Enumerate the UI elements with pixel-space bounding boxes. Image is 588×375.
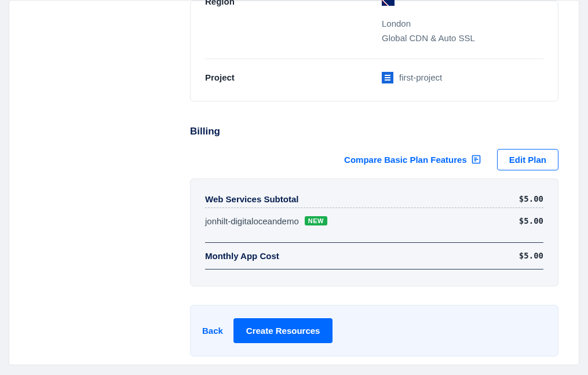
content-area: Region London Global CDN & Auto SSL Proj… bbox=[190, 1, 558, 356]
region-label: Region bbox=[205, 0, 382, 41]
region-row: Region London Global CDN & Auto SSL bbox=[205, 1, 543, 59]
billing-item-name-wrap: jonhilt-digitaloceandemo NEW bbox=[205, 216, 327, 226]
billing-item-name: jonhilt-digitaloceandemo bbox=[205, 216, 299, 226]
billing-item-row: jonhilt-digitaloceandemo NEW $5.00 bbox=[205, 208, 543, 242]
billing-total-price: $5.00 bbox=[519, 251, 543, 260]
uk-flag-icon bbox=[382, 0, 395, 6]
info-card: Region London Global CDN & Auto SSL Proj… bbox=[190, 1, 558, 101]
project-icon bbox=[382, 72, 393, 83]
billing-actions: Compare Basic Plan Features Edit Plan bbox=[190, 149, 558, 170]
create-resources-button[interactable]: Create Resources bbox=[233, 318, 333, 343]
main-panel: Region London Global CDN & Auto SSL Proj… bbox=[9, 0, 579, 365]
compare-icon bbox=[472, 155, 481, 164]
billing-divider-bottom bbox=[205, 269, 543, 270]
billing-item-price: $5.00 bbox=[519, 216, 543, 225]
compare-plan-label: Compare Basic Plan Features bbox=[344, 155, 467, 165]
region-cdn: Global CDN & Auto SSL bbox=[382, 33, 475, 43]
project-row: Project first-project bbox=[205, 59, 543, 83]
new-badge: NEW bbox=[305, 216, 327, 225]
billing-subtotal-label: Web Services Subtotal bbox=[205, 194, 298, 204]
compare-plan-link[interactable]: Compare Basic Plan Features bbox=[344, 155, 481, 165]
billing-total-row: Monthly App Cost $5.00 bbox=[205, 243, 543, 269]
project-name: first-project bbox=[399, 72, 442, 82]
billing-subtotal-row: Web Services Subtotal $5.00 bbox=[205, 194, 543, 208]
footer-actions: Back Create Resources bbox=[190, 305, 558, 356]
billing-title: Billing bbox=[190, 126, 558, 137]
region-city: London bbox=[382, 19, 411, 28]
edit-plan-button[interactable]: Edit Plan bbox=[497, 149, 558, 170]
back-button[interactable]: Back bbox=[202, 326, 223, 336]
billing-total-label: Monthly App Cost bbox=[205, 251, 279, 261]
project-value: first-project bbox=[382, 72, 442, 83]
billing-card: Web Services Subtotal $5.00 jonhilt-digi… bbox=[190, 179, 558, 286]
project-label: Project bbox=[205, 72, 382, 82]
region-value: London Global CDN & Auto SSL bbox=[382, 1, 475, 46]
billing-subtotal-price: $5.00 bbox=[519, 194, 543, 203]
